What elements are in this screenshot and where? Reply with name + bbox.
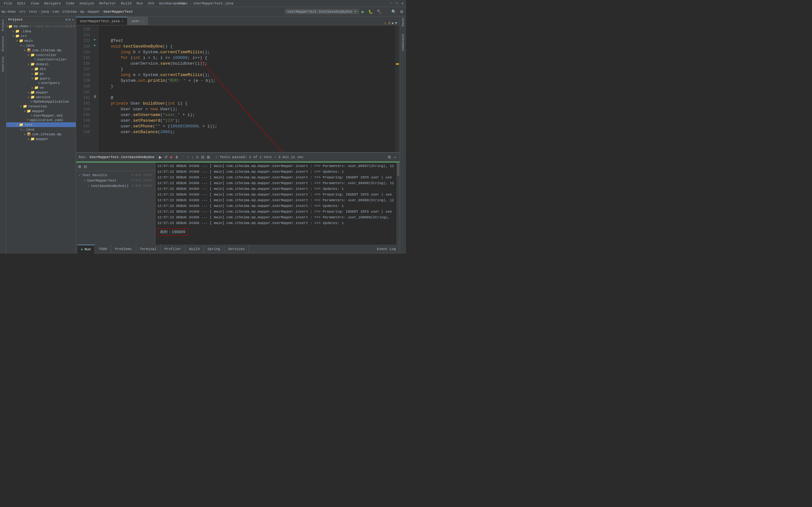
menu-build[interactable]: Build	[118, 1, 134, 6]
tree-label: domain	[36, 62, 49, 66]
breadcrumb-project[interactable]: mp-demo	[1, 10, 16, 14]
collapse-all-icon[interactable]: ⊟	[66, 18, 67, 21]
tab-profiler[interactable]: Profiler	[160, 245, 185, 253]
breadcrumb-java[interactable]: java	[41, 10, 49, 14]
tree-mapper-test[interactable]: ▸ 📁 mapper	[6, 136, 76, 141]
scroll-down-icon[interactable]: ▼	[395, 21, 397, 25]
tree-dto[interactable]: ▸ 📁 dto	[6, 66, 76, 71]
tree-po[interactable]: ▸ 📁 po	[6, 71, 76, 76]
close-panel-icon[interactable]: ✕	[72, 18, 74, 21]
prev-fail-button[interactable]: ↑	[187, 154, 190, 160]
sort-button[interactable]: ≡	[196, 154, 199, 160]
tree-application[interactable]: C MpDemoApplication	[6, 100, 76, 104]
breadcrumb-class[interactable]: UserMapperTest	[104, 10, 133, 14]
tree-mapper-res[interactable]: ▾ 📁 mapper	[6, 109, 76, 113]
tab-user[interactable]: user ✕	[128, 17, 148, 25]
tree-usermapper-xml[interactable]: X UserMapper.xml	[6, 113, 76, 118]
stop-button[interactable]: ■	[169, 154, 173, 160]
tree-package-test[interactable]: ▾ 📦 com.itheima.mp	[6, 132, 76, 136]
tree-arrow: ▾	[27, 53, 31, 57]
tree-userquery[interactable]: C UserQuery	[6, 81, 76, 85]
tab-close-icon[interactable]: ✕	[142, 19, 144, 23]
menu-edit[interactable]: Edit	[14, 1, 28, 6]
debug-button[interactable]: 🐛	[367, 9, 374, 14]
tab-services[interactable]: Services	[224, 245, 249, 253]
pause-button[interactable]: ⏸	[174, 154, 179, 160]
menu-refactor[interactable]: Refactor	[97, 1, 119, 6]
test-item-usermappertest[interactable]: ✓ UserMapperTest 3 min 11sec	[78, 178, 154, 183]
maven-icon[interactable]: Maven	[402, 18, 405, 26]
menu-file[interactable]: File	[1, 1, 14, 6]
tree-main[interactable]: ▾ 📁 main	[6, 38, 76, 43]
menu-vcs[interactable]: VCS	[145, 1, 157, 6]
tab-build[interactable]: Build	[185, 245, 204, 253]
maximize-button[interactable]: □	[395, 1, 399, 6]
tab-close-icon[interactable]: ✕	[121, 19, 123, 23]
structure-icon[interactable]: Structure	[2, 36, 5, 52]
favorites-icon[interactable]: Favorites	[2, 56, 5, 72]
breadcrumb-test[interactable]: test	[29, 10, 37, 14]
menu-navigate[interactable]: Navigate	[42, 1, 63, 6]
tree-package-main[interactable]: ▾ 📦 com.itheima.mp	[6, 48, 76, 53]
filter-button[interactable]: ⊟	[200, 154, 205, 160]
menu-code[interactable]: Code	[63, 1, 77, 6]
run-gutter-icon[interactable]: ▶	[94, 38, 96, 42]
tree-resources[interactable]: ▾ 📁 resources	[6, 104, 76, 109]
tree-idea[interactable]: ▸ 📁 .idea	[6, 29, 76, 34]
tree-mapper-src[interactable]: ▸ 📁 mapper	[6, 90, 76, 95]
menu-run[interactable]: Run	[134, 1, 145, 6]
rerun-failed-button[interactable]: ↺	[164, 154, 168, 160]
build-button[interactable]: 🔨	[375, 9, 383, 14]
log-scrollbar[interactable]	[397, 163, 400, 245]
collapse-all-test-button[interactable]: ⊟	[83, 164, 88, 170]
tab-terminal[interactable]: Terminal	[136, 245, 161, 253]
scroll-up-icon[interactable]: ▲	[392, 21, 394, 25]
menu-view[interactable]: View	[28, 1, 42, 6]
tab-problems[interactable]: Problems	[111, 245, 136, 253]
codeglance-icon[interactable]: CodeGlance	[402, 34, 405, 51]
settings-button[interactable]: ⚙	[399, 9, 405, 14]
tree-java-main[interactable]: ▾ ☕ java	[6, 43, 76, 48]
tab-todo[interactable]: TODO	[95, 245, 111, 253]
test-item-testsaveone[interactable]: ✓ testSaveOneByOne() 3 min 11sec	[78, 183, 154, 188]
tab-run[interactable]: ▶ Run	[78, 245, 95, 253]
run-config-selector[interactable]: UserMapperTest.testSaveOneByOne ▾	[285, 9, 359, 14]
tree-controller[interactable]: ▾ 📁 controller	[6, 53, 76, 57]
tab-spring[interactable]: Spring	[204, 245, 224, 253]
tree-service[interactable]: ▸ 📁 service	[6, 95, 76, 100]
tree-java-test[interactable]: ▾ ☕ java	[6, 127, 76, 132]
expand-all-button[interactable]: ⊞	[78, 164, 82, 170]
tree-vo[interactable]: ▸ 📁 vo	[6, 85, 76, 90]
run-gutter-icon2[interactable]: ▶	[94, 43, 96, 47]
minimize-button[interactable]: ─	[389, 1, 393, 6]
tree-domain[interactable]: ▾ 📁 domain	[6, 62, 76, 66]
settings-icon[interactable]: ⚙	[69, 18, 71, 21]
settings-run-button[interactable]: ⚙	[387, 154, 392, 160]
menu-analyze[interactable]: Analyze	[77, 1, 96, 6]
project-icon[interactable]: Project	[2, 19, 5, 31]
run-button[interactable]: ▶	[360, 9, 366, 14]
breadcrumb-src[interactable]: src	[19, 10, 26, 14]
tree-test[interactable]: ▾ 📁 test	[6, 122, 76, 127]
tree-query[interactable]: ▾ 📁 query	[6, 76, 76, 81]
tree-src[interactable]: ▾ 📁 src	[6, 34, 76, 38]
run-again-button[interactable]: ▶	[158, 154, 162, 160]
menu-window[interactable]: Window	[157, 1, 174, 6]
tree-usercontroller[interactable]: C UserController	[6, 57, 76, 62]
close-run-button[interactable]: ─	[393, 154, 397, 160]
breadcrumb-itheima[interactable]: itheima	[62, 10, 77, 14]
breadcrumb-mp[interactable]: mp	[80, 10, 84, 14]
tab-usermappertest[interactable]: UserMapperTest.java ✕	[76, 17, 128, 25]
code-content[interactable]: @Test void testSaveOneByOne() { long b =…	[98, 25, 395, 152]
tree-application-yaml[interactable]: Y application.yaml	[6, 118, 76, 122]
search-button[interactable]: 🔍	[390, 9, 397, 14]
log-panel[interactable]: 12:57:22 DEBUG 34360 --- [ main] com.ith…	[155, 163, 400, 245]
tree-mp-demo[interactable]: ▾ 📁 mp-demo D:\a桌面\SpringCloud微服务—资料\day…	[6, 24, 76, 29]
expand-button[interactable]: ⊞	[206, 154, 211, 160]
close-button[interactable]: ✕	[400, 1, 405, 6]
test-item-results[interactable]: ✓ Test Results 3 min 11sec	[78, 172, 154, 178]
breadcrumb-mapper[interactable]: mapper	[88, 10, 100, 14]
next-fail-button[interactable]: ↓	[191, 154, 194, 160]
breadcrumb-com[interactable]: com	[52, 10, 59, 14]
event-log-label[interactable]: Event Log	[377, 247, 396, 251]
